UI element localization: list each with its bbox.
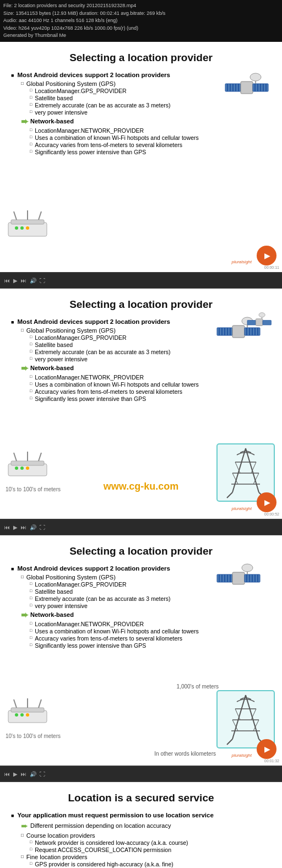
svg-rect-40	[263, 320, 271, 324]
slide-3: Selecting a location provider Most Andro…	[0, 535, 282, 767]
svg-rect-24	[219, 328, 220, 335]
svg-line-80	[14, 699, 17, 708]
svg-point-20	[15, 226, 18, 230]
rewind-icon[interactable]: ⏮	[4, 278, 10, 284]
slide-3-title: Selecting a location provider	[11, 545, 271, 557]
fullscreen-icon-3[interactable]: ⛶	[40, 771, 45, 777]
rewind-icon-3[interactable]: ⏮	[4, 771, 10, 777]
slide-4-content: ➨ Different permission depending on loca…	[21, 821, 271, 869]
fine-location-label: Fine location providers	[21, 854, 271, 860]
file-info: File: 2 location providers and security …	[3, 2, 279, 10]
generated-info: Generated by Thumbnail Me	[3, 32, 279, 40]
slide-2-network-label: ➨ Network-based	[21, 363, 271, 373]
svg-line-82	[39, 699, 41, 708]
svg-rect-2	[230, 84, 231, 91]
svg-point-84	[20, 713, 24, 717]
play-button-2[interactable]	[257, 492, 276, 512]
forward-icon-3[interactable]: ⏭	[21, 771, 26, 777]
permission-arrow-icon: ➨	[21, 821, 28, 831]
svg-point-50	[26, 466, 29, 470]
svg-point-13	[250, 73, 261, 81]
svg-point-48	[15, 466, 18, 470]
play-button-1[interactable]	[257, 246, 276, 265]
s2-net-item-2: Accuracy varies from tens-of-meters to s…	[30, 388, 271, 395]
pluralsight-logo-1: pluralsight	[232, 259, 252, 264]
s2-net-item-0: LocationManager.NETWORK_PROVIDER	[30, 374, 271, 381]
forward-icon[interactable]: ⏭	[21, 278, 26, 284]
satellite-image-1	[214, 63, 278, 115]
network-arrow-icon: ➨	[21, 116, 28, 127]
svg-rect-11	[263, 84, 264, 91]
play-button-3[interactable]	[257, 739, 276, 759]
svg-rect-72	[249, 574, 250, 582]
controls-bar-2: ⏮ ▶ ⏭ 🔊 ⛶	[0, 520, 282, 535]
rewind-icon-2[interactable]: ⏮	[4, 524, 10, 530]
volume-icon[interactable]: 🔊	[30, 278, 36, 284]
svg-rect-29	[232, 326, 245, 338]
svg-rect-6	[241, 82, 253, 94]
pluralsight-logo-2: pluralsight	[232, 506, 252, 511]
svg-point-49	[20, 466, 24, 470]
slide-4: Location is a secured service Your appli…	[0, 782, 282, 869]
svg-rect-44	[11, 461, 44, 465]
video-stream-info: Video: h264 yuv420p 1024x768 226 kb/s 10…	[3, 25, 279, 32]
course-item-1: Request ACCESS_COURSE_LOCATION permissio…	[30, 847, 271, 853]
fullscreen-icon[interactable]: ⛶	[40, 278, 45, 284]
timestamp-2: 00:00:52	[264, 512, 279, 516]
timestamp-3: 00:01:32	[264, 759, 279, 763]
video-info-panel: File: 2 location providers and security …	[0, 0, 282, 42]
permission-note: ➨ Different permission depending on loca…	[21, 821, 271, 831]
play-icon-2[interactable]: ▶	[13, 524, 18, 530]
svg-rect-8	[254, 84, 256, 91]
svg-rect-64	[219, 574, 220, 582]
net-item-3: Significantly less power intensive than …	[30, 149, 271, 155]
svg-point-21	[20, 226, 24, 230]
svg-rect-74	[254, 574, 256, 582]
timestamp-1: 00:00:11	[264, 265, 279, 269]
svg-rect-4	[235, 84, 236, 91]
svg-point-76	[242, 564, 253, 572]
slide-2-title: Selecting a location provider	[11, 299, 271, 311]
s3-network-arrow-icon: ➨	[21, 610, 28, 620]
svg-line-47	[39, 453, 41, 461]
svg-rect-79	[11, 708, 44, 712]
slide-1-network-items: LocationManager.NETWORK_PROVIDER Uses a …	[30, 127, 271, 155]
svg-rect-75	[257, 574, 258, 582]
volume-icon-2[interactable]: 🔊	[30, 524, 36, 530]
svg-line-19	[39, 211, 41, 220]
svg-rect-68	[230, 574, 231, 582]
km-label-3: In other words kilometers	[154, 751, 216, 757]
net-item-2: Accuracy varies from tens-of-meters to s…	[30, 142, 271, 148]
controls-bar-1: ⏮ ▶ ⏭ 🔊 ⛶	[0, 273, 282, 289]
svg-rect-3	[232, 84, 234, 91]
audio-info: Audio: aac 44100 Hz 1 channels 516 128 k…	[3, 17, 279, 25]
svg-rect-25	[221, 328, 223, 335]
svg-rect-10	[260, 84, 261, 91]
svg-rect-28	[230, 328, 231, 335]
svg-rect-1	[227, 84, 228, 91]
satellite-image-3	[214, 556, 278, 609]
slide-1-network-label: ➨ Network-based	[21, 116, 271, 127]
svg-rect-73	[252, 574, 253, 582]
svg-rect-32	[249, 328, 250, 335]
slide-1: Selecting a location provider Most Andro…	[0, 42, 282, 273]
play-icon-3[interactable]: ▶	[13, 771, 18, 777]
fine-items: GPS provider is considered high-accuracy…	[30, 861, 271, 869]
course-item-0: Network provider is considered low-accur…	[30, 839, 271, 846]
svg-rect-34	[254, 328, 256, 335]
volume-icon-3[interactable]: 🔊	[30, 771, 36, 777]
pluralsight-logo-3: pluralsight	[232, 753, 252, 758]
svg-rect-66	[224, 574, 225, 582]
svg-line-45	[14, 453, 17, 461]
distance-label-2: 10's to 100's of meters	[6, 486, 61, 492]
watermark-2: www.cg-ku.com	[104, 481, 178, 492]
svg-rect-16	[11, 220, 44, 224]
fullscreen-icon-2[interactable]: ⛶	[40, 524, 45, 530]
net-item-0: LocationManager.NETWORK_PROVIDER	[30, 127, 271, 134]
fine-item-0: GPS provider is considered high-accuracy…	[30, 861, 271, 867]
forward-icon-2[interactable]: ⏭	[21, 524, 26, 530]
svg-line-17	[14, 211, 17, 220]
play-icon[interactable]: ▶	[13, 278, 18, 284]
router-image-1	[6, 209, 55, 245]
router-image-2	[6, 450, 55, 483]
